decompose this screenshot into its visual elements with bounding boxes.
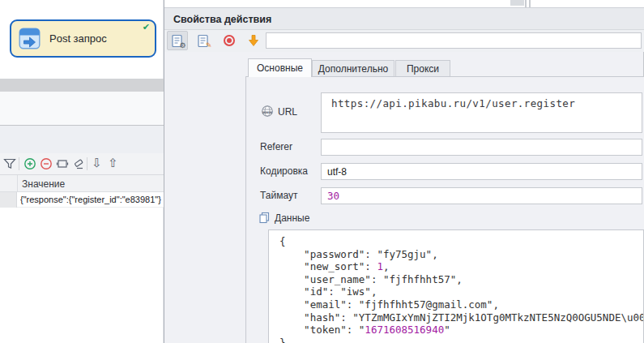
splitter-line — [525, 0, 527, 7]
table-row[interactable]: {"response":{"register_id":"e83981"} — [0, 192, 164, 208]
properties-toolbar: ⚙ ✎ — [164, 30, 644, 52]
data-label: Данные — [275, 212, 309, 224]
timeout-input[interactable] — [321, 187, 642, 204]
eraser-icon[interactable] — [71, 156, 85, 170]
jump-to-action-button[interactable] — [243, 31, 264, 50]
results-toolbar: ⇩ ⇧ — [0, 153, 164, 174]
encoding-label: Кодировка — [260, 165, 308, 177]
tab-additional[interactable]: Дополнительно — [312, 60, 395, 77]
record-icon — [224, 35, 235, 46]
toolbar-separator — [87, 157, 87, 170]
pages-copy-icon — [258, 212, 271, 227]
action-block-post-request[interactable]: Post запрос ✔ — [10, 19, 156, 58]
url-input[interactable]: https://api.pikabu.ru/v1/user.register — [321, 92, 642, 133]
panel-header: Свойства действия — [164, 7, 644, 30]
top-strip — [164, 0, 644, 7]
arrow-down-icon[interactable]: ⇩ — [90, 156, 104, 170]
properties-view-button[interactable]: ⚙ — [167, 31, 188, 50]
action-block-label: Post запрос — [49, 32, 107, 45]
app-window: Post запрос ✔ ⇩ ⇧ — [0, 0, 644, 343]
action-comment-input[interactable] — [266, 32, 642, 49]
project-canvas[interactable]: Post запрос ✔ ⇩ ⇧ — [0, 0, 164, 343]
record-button[interactable] — [219, 31, 240, 50]
remove-icon[interactable] — [39, 156, 53, 170]
row-gutter — [0, 192, 17, 208]
arrow-up-icon[interactable]: ⇧ — [106, 156, 120, 170]
value-column-header[interactable]: Значение — [22, 178, 65, 190]
canvas-lower-area — [0, 92, 164, 125]
add-icon[interactable] — [23, 156, 36, 170]
www-globe-icon: www — [261, 105, 274, 121]
document-pencil-icon: ✎ — [197, 34, 211, 48]
splitter-line — [529, 0, 531, 7]
document-gear-icon: ⚙ — [171, 34, 185, 48]
http-request-icon — [19, 28, 41, 49]
scrollbar-fragment — [510, 0, 524, 6]
toolbar-separator — [19, 157, 19, 170]
success-check-icon: ✔ — [143, 22, 150, 32]
results-panel-header-area — [0, 126, 164, 153]
url-label: URL — [278, 106, 297, 118]
edit-code-button[interactable]: ✎ — [193, 31, 214, 50]
panel-title: Свойства действия — [173, 14, 271, 25]
column-divider — [17, 175, 18, 193]
tab-proxy[interactable]: Прокси — [395, 60, 450, 77]
svg-text:www: www — [262, 109, 273, 114]
referer-label: Referer — [260, 141, 292, 152]
results-table-header: Значение — [0, 174, 164, 192]
frame-icon[interactable] — [55, 156, 69, 170]
filter-icon[interactable] — [2, 156, 16, 170]
tab-main[interactable]: Основные — [248, 58, 312, 77]
orange-down-arrow-icon — [247, 34, 260, 47]
request-body-code[interactable]: { "password": "fy75gju", "new_sort": 1, … — [279, 235, 644, 343]
response-value-cell[interactable]: {"response":{"register_id":"e83981"} — [20, 195, 164, 204]
request-body-editor[interactable]: { "password": "fy75gju", "new_sort": 1, … — [268, 229, 644, 343]
url-value: https://api.pikabu.ru/v1/user.register — [331, 97, 575, 109]
referer-input[interactable] — [321, 139, 642, 156]
timeout-label: Таймаут — [260, 190, 297, 201]
canvas-divider-strip — [0, 79, 164, 92]
encoding-input[interactable] — [321, 163, 642, 180]
action-properties-panel: Свойства действия ⚙ ✎ — [164, 0, 644, 343]
